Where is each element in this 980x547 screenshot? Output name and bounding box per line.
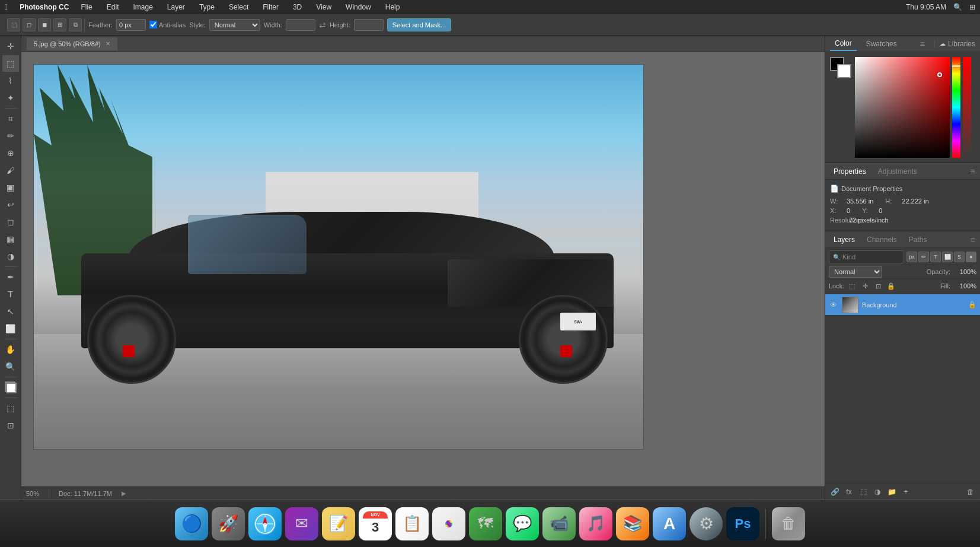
height-input[interactable]	[354, 19, 384, 31]
lock-position-icon[interactable]: ✛	[860, 281, 870, 291]
hue-slider[interactable]	[952, 57, 960, 158]
tab-close-button[interactable]: ✕	[106, 40, 110, 47]
layer-visibility-icon[interactable]: 👁	[829, 301, 838, 309]
toolbar-tool-btn-3[interactable]: ◼	[38, 18, 51, 31]
filter-pixel-icon[interactable]: px	[906, 252, 917, 262]
antialias-checkbox[interactable]	[149, 21, 157, 28]
lock-pixels-icon[interactable]: ⬚	[847, 281, 857, 291]
document-tab[interactable]: 5.jpg @ 50% (RGB/8#) ✕	[26, 37, 118, 51]
dock-icon-calendar[interactable]: NOV 3	[359, 507, 392, 540]
libraries-panel-header[interactable]: ☁ Libraries	[934, 40, 975, 48]
filter-type-icon[interactable]: T	[930, 252, 941, 262]
dock-icon-ibooks[interactable]: 📚	[616, 507, 649, 540]
menu-filter[interactable]: Filter	[260, 2, 281, 12]
dock-icon-sysprefs[interactable]: ⚙	[689, 507, 723, 540]
dock-icon-photos[interactable]	[432, 507, 465, 540]
menu-view[interactable]: View	[314, 2, 334, 12]
menu-type[interactable]: Type	[197, 2, 217, 12]
dodge-tool[interactable]: ◑	[2, 248, 19, 265]
background-color-swatch[interactable]	[837, 64, 851, 78]
toolbar-tool-btn-2[interactable]: ◻	[23, 18, 36, 31]
pen-tool[interactable]: ✒	[2, 269, 19, 285]
dock-icon-notes[interactable]: 📝	[322, 507, 355, 540]
dock-icon-safari[interactable]	[248, 507, 282, 540]
dock-icon-reminders[interactable]: 📋	[395, 507, 429, 540]
type-tool[interactable]: T	[2, 286, 19, 303]
dock-icon-trash[interactable]: 🗑	[772, 507, 805, 540]
tab-layers[interactable]: Layers	[830, 233, 858, 246]
hand-tool[interactable]: ✋	[2, 341, 19, 358]
move-tool[interactable]: ✛	[2, 38, 19, 55]
feather-input[interactable]	[116, 19, 146, 31]
path-selection-tool[interactable]: ↖	[2, 303, 19, 320]
new-layer-btn[interactable]: +	[900, 486, 912, 498]
zoom-tool[interactable]: 🔍	[2, 358, 19, 375]
tab-paths[interactable]: Paths	[905, 233, 931, 246]
new-group-btn[interactable]: 📁	[886, 486, 898, 498]
toolbar-tool-btn-1[interactable]: ⬚	[7, 18, 20, 31]
toolbar-tool-btn-4[interactable]: ⊞	[53, 18, 66, 31]
menu-file[interactable]: File	[78, 2, 94, 12]
screen-mode-tool[interactable]: ⊡	[2, 417, 19, 434]
tab-channels[interactable]: Channels	[863, 233, 901, 246]
menu-3d[interactable]: 3D	[291, 2, 304, 12]
layers-panel-menu[interactable]: ≡	[971, 235, 975, 244]
lock-all-icon[interactable]: 🔒	[886, 281, 896, 291]
menu-select[interactable]: Select	[226, 2, 251, 12]
status-arrow[interactable]: ▶	[122, 490, 126, 497]
add-style-btn[interactable]: fx	[843, 486, 855, 498]
style-select[interactable]: Normal Fixed Ratio Fixed Size	[209, 19, 260, 31]
alpha-slider[interactable]	[963, 57, 971, 158]
foreground-background-color[interactable]	[2, 379, 19, 396]
dock-icon-mail[interactable]: ✉	[285, 507, 318, 540]
healing-tool[interactable]: ⊕	[2, 145, 19, 161]
filter-shape-icon[interactable]: ⬜	[942, 252, 953, 262]
dock-icon-appstore[interactable]: A	[653, 507, 686, 540]
color-saturation-field[interactable]	[855, 57, 950, 158]
link-layers-btn[interactable]: 🔗	[829, 486, 841, 498]
brush-tool[interactable]: 🖌	[2, 162, 19, 179]
eraser-tool[interactable]: ◻	[2, 214, 19, 230]
layer-background[interactable]: 👁 Background 🔒	[825, 294, 980, 316]
filter-smart-icon[interactable]: S	[954, 252, 965, 262]
menu-window[interactable]: Window	[343, 2, 374, 12]
menu-help[interactable]: Help	[383, 2, 403, 12]
tab-color[interactable]: Color	[830, 37, 857, 51]
color-panel-menu[interactable]: ≡	[920, 39, 925, 49]
magic-wand-tool[interactable]: ✦	[2, 90, 19, 106]
dock-icon-launchpad[interactable]: 🚀	[212, 507, 245, 540]
add-mask-btn[interactable]: ⬚	[857, 486, 869, 498]
lasso-tool[interactable]: ⌇	[2, 72, 19, 89]
dock-icon-itunes[interactable]: 🎵	[579, 507, 612, 540]
clone-tool[interactable]: ▣	[2, 179, 19, 196]
history-brush-tool[interactable]: ↩	[2, 196, 19, 213]
selection-tool[interactable]: ⬚	[2, 55, 19, 72]
menu-image[interactable]: Image	[130, 2, 155, 12]
lock-artboard-icon[interactable]: ⊡	[873, 281, 883, 291]
dock-icon-facetime[interactable]: 📹	[542, 507, 576, 540]
dock-icon-maps[interactable]: 🗺	[469, 507, 502, 540]
new-adjustment-btn[interactable]: ◑	[872, 486, 883, 498]
quick-mask-tool[interactable]: ⬚	[2, 400, 19, 416]
toolbar-tool-btn-5[interactable]: ⧉	[69, 18, 82, 31]
eyedropper-tool[interactable]: ✏	[2, 128, 19, 144]
width-input[interactable]	[286, 19, 315, 31]
menu-layer[interactable]: Layer	[165, 2, 187, 12]
dock-icon-messages[interactable]: 💬	[506, 507, 539, 540]
menu-edit[interactable]: Edit	[104, 2, 122, 12]
gradient-tool[interactable]: ▦	[2, 231, 19, 247]
filter-toggle[interactable]: ●	[966, 252, 976, 262]
delete-layer-btn[interactable]: 🗑	[965, 486, 976, 498]
dock-icon-finder[interactable]: 🔵	[175, 507, 208, 540]
blend-mode-select[interactable]: Normal Multiply Screen	[829, 266, 882, 278]
tab-swatches[interactable]: Swatches	[861, 37, 902, 50]
tab-adjustments[interactable]: Adjustments	[874, 165, 921, 178]
tab-properties[interactable]: Properties	[830, 165, 870, 178]
select-and-mask-button[interactable]: Select and Mask...	[387, 18, 452, 31]
shape-tool[interactable]: ⬜	[2, 320, 19, 337]
menubar-search-icon[interactable]: 🔍	[953, 3, 962, 11]
dock-icon-photoshop[interactable]: Ps	[726, 507, 759, 540]
properties-menu[interactable]: ≡	[971, 167, 975, 176]
crop-tool[interactable]: ⌗	[2, 110, 19, 127]
filter-adjust-icon[interactable]: ✏	[918, 252, 929, 262]
